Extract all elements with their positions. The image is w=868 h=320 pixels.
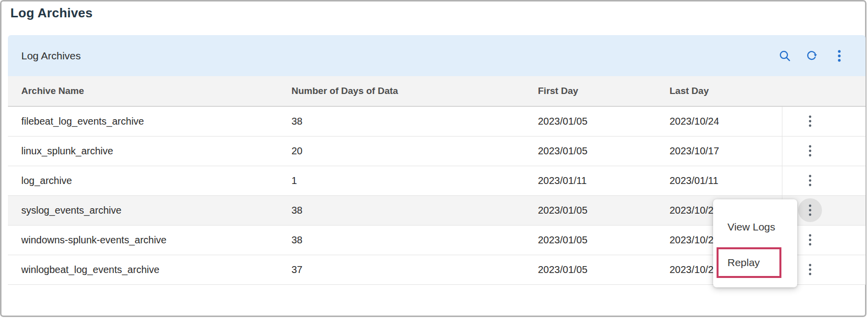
archive-name-cell: syslog_events_archive [21,196,121,225]
search-icon[interactable] [778,49,791,62]
last-day-cell: 2023/10/2 [670,255,714,284]
days-cell: 38 [291,107,302,136]
row-kebab-menu-button[interactable] [798,169,822,192]
panel-kebab-menu-icon[interactable] [833,49,846,62]
panel-header: Log Archives [8,35,866,76]
first-day-cell: 2023/01/05 [538,196,587,225]
last-day-cell: 2023/10/17 [670,137,719,166]
menu-item-replay[interactable]: Replay [727,255,760,271]
days-cell: 37 [291,255,302,284]
days-cell: 1 [291,166,297,195]
kebab-icon [809,264,812,275]
kebab-icon [809,204,812,216]
menu-item-view-logs[interactable]: View Logs [727,219,775,235]
row-kebab-menu-button[interactable] [798,109,822,133]
row-actions-cell [782,137,866,166]
first-day-cell: 2023/01/05 [538,226,587,255]
archive-name-cell: linux_splunk_archive [21,137,113,166]
column-header-last-day: Last Day [670,76,709,106]
table-row: log_archive 1 2023/01/11 2023/01/11 [8,166,866,196]
first-day-cell: 2023/01/05 [538,255,587,284]
last-day-cell: 2023/10/24 [670,107,719,136]
kebab-icon [809,175,812,186]
table-row: filebeat_log_events_archive 38 2023/01/0… [8,107,866,137]
row-kebab-menu-button[interactable] [798,258,822,281]
archive-name-cell: windowns-splunk-events_archive [21,226,166,255]
first-day-cell: 2023/01/05 [538,137,587,166]
table-row: linux_splunk_archive 20 2023/01/05 2023/… [8,137,866,166]
kebab-icon [809,145,812,157]
kebab-icon [809,234,812,246]
app-window: Log Archives Log Archives Archi [0,0,867,317]
first-day-cell: 2023/01/11 [538,166,587,195]
row-actions-cell [782,107,866,136]
archive-name-cell: winlogbeat_log_events_archive [21,255,159,284]
last-day-cell: 2023/10/2 [670,196,714,225]
column-header-archive-name: Archive Name [21,76,84,106]
last-day-cell: 2023/10/2 [670,226,714,255]
row-kebab-menu-button[interactable] [798,228,822,252]
row-context-menu: View Logs Replay [713,199,797,287]
row-kebab-menu-button[interactable] [798,139,822,163]
page-title: Log Archives [10,5,93,21]
column-header-first-day: First Day [538,76,578,106]
refresh-icon[interactable] [805,49,818,62]
days-cell: 38 [291,196,302,225]
panel-header-title: Log Archives [21,35,81,76]
archive-name-cell: filebeat_log_events_archive [21,107,144,136]
archive-name-cell: log_archive [21,166,72,195]
days-cell: 38 [291,226,302,255]
table-header-row: Archive Name Number of Days of Data Firs… [8,76,866,107]
column-header-number-of-days: Number of Days of Data [291,76,398,106]
kebab-icon [809,115,812,127]
first-day-cell: 2023/01/05 [538,107,587,136]
last-day-cell: 2023/01/11 [670,166,719,195]
row-kebab-menu-button-active[interactable] [798,198,822,222]
row-actions-cell [782,166,866,195]
days-cell: 20 [291,137,302,166]
